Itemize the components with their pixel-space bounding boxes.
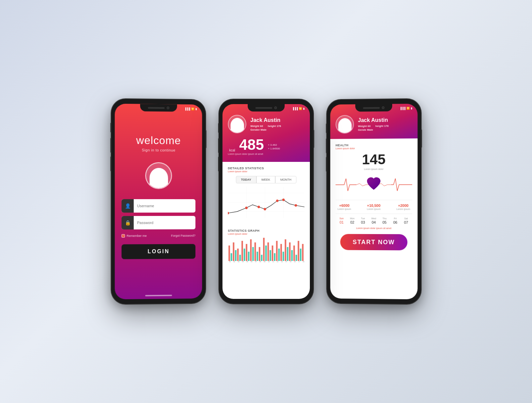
day-num-sun: 01: [337, 220, 346, 224]
svg-text:07: 07: [255, 261, 257, 263]
remember-left: ✓ Remember me: [121, 234, 147, 237]
tab-month[interactable]: MONTH: [275, 176, 296, 183]
svg-point-9: [263, 208, 266, 210]
profile-top: Jack Austin Weight 60 height 178 Gender …: [228, 115, 304, 133]
cal-day-fri: Fri 06: [391, 217, 400, 224]
phone-screen: ▐▐▐ 🛜 ▮ Jack Austin Weight 60 height 178: [222, 104, 310, 299]
svg-text:03: 03: [238, 261, 240, 263]
svg-rect-44: [295, 255, 297, 261]
username-input[interactable]: [133, 204, 195, 208]
stat-value-3: +2000: [396, 204, 410, 208]
day-num-fri: 06: [391, 220, 400, 224]
volume-down-button: [218, 156, 219, 172]
day-num-thu: 05: [380, 220, 389, 224]
svg-text:11: 11: [272, 261, 274, 263]
stat-value-1: +6000: [337, 204, 351, 208]
svg-rect-26: [256, 252, 258, 261]
day-num-tue: 03: [358, 220, 368, 224]
start-now-button[interactable]: START NOW: [340, 234, 407, 251]
stat-calories: +10,500 Lorem ipsum: [367, 204, 380, 210]
svg-rect-25: [254, 242, 256, 261]
calendar-section: Sun 01 Mon 02 Tue 03 Wed: [335, 217, 412, 230]
kcal-value: 485: [239, 137, 263, 152]
health-value: 145: [335, 151, 412, 168]
silent-button: [110, 123, 112, 133]
day-name-fri: Fri: [391, 217, 400, 220]
detailed-stats-subtitle: Lorem ipsum dolor: [228, 170, 304, 173]
stat-label-1: Lorem ipsum: [337, 208, 351, 210]
login-form: 👤 🔒 ✓ Remember me Forgot Password?: [121, 199, 195, 237]
login-screen: welcome Sign in to continue 👤 🔒: [115, 104, 202, 300]
svg-rect-24: [252, 247, 254, 261]
kcal-label: kcal: [229, 148, 235, 152]
volume-down-button: [326, 157, 327, 172]
svg-text:01: 01: [229, 261, 231, 263]
profile-stats: Weight 60 height 178: [358, 124, 412, 128]
svg-rect-16: [235, 250, 237, 261]
svg-rect-47: [302, 244, 303, 261]
day-num-sat: 07: [401, 220, 411, 224]
avatar: [145, 162, 172, 189]
phone-login: ▐▐▐ 🛜 ▮ welcome Sign in to continue 👤 🔒: [111, 99, 205, 304]
password-input[interactable]: [133, 221, 195, 225]
svg-rect-13: [228, 245, 230, 261]
health-value-label: Lorem ipsum dolor: [335, 168, 412, 171]
cal-day-mon: Mon 02: [347, 217, 357, 224]
svg-rect-39: [285, 239, 286, 261]
svg-rect-31: [267, 242, 269, 261]
bar-chart-svg: 01 02 03 04 05 06 07 08 09 10 11 12: [228, 235, 304, 264]
remember-checkbox[interactable]: ✓: [121, 234, 125, 237]
profile-header: Jack Austin Weight 60 height 178 Gender …: [222, 104, 310, 162]
camera: [166, 106, 169, 109]
svg-text:06: 06: [251, 261, 253, 263]
camera: [274, 106, 277, 109]
divider2: [335, 214, 412, 214]
kcal-desc: Lorem ipsum dolor ipsum sit amet: [228, 153, 304, 155]
bar-chart-section: STATISTICS GRAPH Lorem ipsum dolor: [228, 229, 304, 265]
svg-rect-21: [246, 244, 247, 261]
tab-week[interactable]: WEEK: [256, 176, 275, 183]
svg-rect-27: [258, 247, 260, 261]
stat-label-3: Lorem ipsum: [396, 208, 410, 210]
speaker: [255, 107, 272, 109]
speaker: [148, 107, 164, 108]
notch: [248, 104, 285, 111]
power-button: [313, 130, 314, 148]
gender-stat: Gender Male: [250, 128, 304, 131]
svg-text:16: 16: [294, 261, 296, 263]
login-button[interactable]: LOGIN: [121, 244, 195, 259]
cal-day-wed: Wed 04: [369, 217, 378, 224]
svg-text:09: 09: [263, 261, 265, 263]
svg-rect-22: [248, 252, 249, 261]
welcome-title: welcome: [136, 134, 181, 147]
username-row: 👤: [121, 199, 195, 213]
svg-text:10: 10: [268, 261, 270, 263]
day-name-sat: Sat: [401, 217, 411, 220]
graph-subtitle: Lorem ipsum dolor: [228, 233, 304, 235]
svg-rect-32: [270, 250, 271, 261]
svg-text:14: 14: [285, 261, 287, 263]
cal-day-sun: Sun 01: [337, 217, 346, 224]
tab-today[interactable]: TODAY: [236, 176, 256, 183]
stats-content: DETAILED STATISTICS Lorem ipsum dolor TO…: [222, 162, 310, 299]
home-indicator: [145, 295, 172, 297]
camera: [382, 106, 384, 109]
svg-text:13: 13: [281, 261, 283, 263]
notch: [355, 104, 392, 111]
phone-screen: ▐▐▐ 🛜 ▮ welcome Sign in to continue 👤 🔒: [115, 104, 202, 300]
forgot-password-link[interactable]: Forgot Password?: [171, 234, 195, 237]
kcal-change2: + 1.84500: [268, 147, 280, 150]
cal-day-thu: Thu 05: [380, 217, 389, 224]
height-stat: height 178: [268, 125, 281, 128]
avatar: [335, 115, 354, 134]
svg-rect-14: [231, 253, 232, 261]
welcome-subtitle: Sign in to continue: [141, 148, 175, 152]
height-stat: height 178: [375, 124, 388, 127]
avatar-silhouette: [149, 168, 168, 188]
password-row: 🔒: [121, 216, 195, 229]
profile-info: Jack Austin Weight 60 height 178 Gende M…: [358, 117, 412, 131]
day-num-mon: 02: [347, 220, 357, 224]
cal-lorem: Lorem ipsum dolor ipsum sit amet: [335, 227, 412, 230]
svg-point-7: [245, 207, 247, 209]
silent-button: [218, 123, 219, 133]
